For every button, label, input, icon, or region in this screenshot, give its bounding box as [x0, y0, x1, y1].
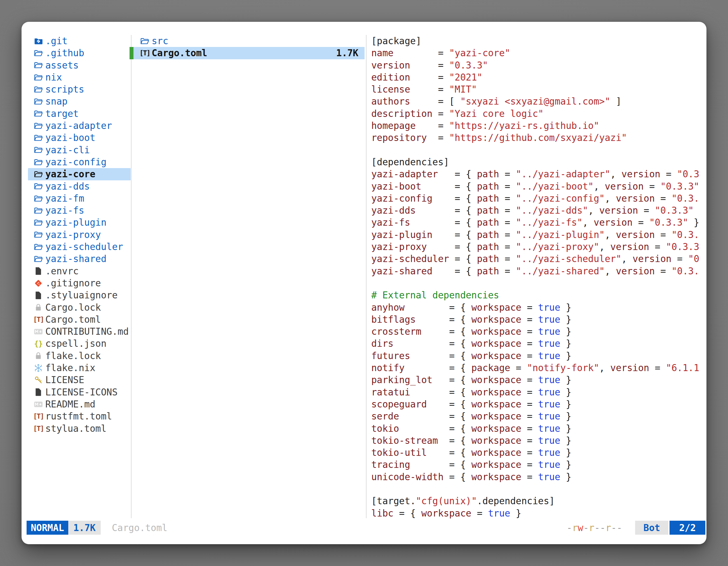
item-label: yazi-cli	[45, 144, 90, 156]
item-label: yazi-dds	[45, 180, 90, 193]
preview-line: anyhow = { workspace = true }	[371, 301, 706, 313]
file-item-stylua-toml[interactable]: [T]stylua.toml	[28, 422, 131, 434]
key-icon	[34, 375, 43, 385]
file-item-cargo-lock[interactable]: Cargo.lock	[28, 301, 131, 313]
dir-item-yazi-dds[interactable]: yazi-dds	[28, 180, 131, 193]
folder-open-icon	[34, 206, 43, 215]
preview-line: authors = [ "sxyazi <sxyazi@gmail.com>" …	[371, 95, 706, 107]
item-label: .github	[45, 47, 84, 59]
folder-open-icon	[34, 254, 43, 264]
parent-directory-pane: .git.githubassetsnixscriptssnaptargetyaz…	[22, 35, 131, 434]
item-label: yazi-shared	[45, 253, 107, 265]
item-label: rustfmt.toml	[45, 410, 112, 422]
item-size: 1.7K	[336, 47, 358, 59]
preview-line: notify = { package = "notify-fork", vers…	[371, 362, 706, 374]
file-item-rustfmt-toml[interactable]: [T]rustfmt.toml	[28, 410, 131, 422]
dir-item-src[interactable]: src	[130, 35, 365, 47]
file-size-badge: 1.7K	[68, 521, 100, 535]
file-item-cargo-toml[interactable]: [T]Cargo.toml1.7K	[130, 47, 365, 59]
folder-open-icon	[34, 230, 43, 240]
item-label: yazi-fs	[45, 205, 84, 217]
item-label: yazi-proxy	[45, 229, 101, 241]
item-label: .envrc	[45, 265, 79, 277]
item-label: .gitignore	[45, 277, 101, 289]
item-label: yazi-adapter	[45, 120, 112, 132]
folder-open-icon	[34, 194, 43, 203]
dir-item-git[interactable]: .git	[28, 35, 131, 47]
dir-item-yazi-fs[interactable]: yazi-fs	[28, 205, 131, 217]
cursor-counter-badge: 2/2	[670, 521, 705, 535]
item-label: nix	[45, 71, 62, 83]
dir-item-target[interactable]: target	[28, 108, 131, 120]
dir-item-yazi-proxy[interactable]: yazi-proxy	[28, 229, 131, 241]
status-left-group: NORMAL 1.7K Cargo.toml	[27, 521, 167, 535]
file-item-envrc[interactable]: .envrc	[28, 265, 131, 277]
preview-line: repository = "https://github.com/sxyazi/…	[371, 132, 706, 144]
pane-separator-left	[131, 35, 131, 518]
item-label: stylua.toml	[45, 422, 107, 434]
dir-item-yazi-config[interactable]: yazi-config	[28, 156, 131, 168]
git-folder-icon	[34, 36, 43, 46]
dir-item-yazi-cli[interactable]: yazi-cli	[28, 144, 131, 156]
file-item-license-icons[interactable]: LICENSE-ICONS	[28, 386, 131, 398]
git-ignore-icon	[34, 279, 43, 288]
preview-line	[371, 144, 706, 156]
preview-line: tracing = { workspace = true }	[371, 459, 706, 471]
folder-open-icon	[34, 60, 43, 70]
dir-item-yazi-scheduler[interactable]: yazi-scheduler	[28, 241, 131, 253]
dir-item-yazi-plugin[interactable]: yazi-plugin	[28, 217, 131, 229]
folder-open-icon	[34, 48, 43, 58]
preview-line: license = "MIT"	[371, 83, 706, 95]
preview-line: [dependencies]	[371, 156, 706, 168]
toml-icon: [T]	[140, 48, 149, 58]
current-directory-pane: src[T]Cargo.toml1.7K	[130, 35, 365, 59]
preview-line	[371, 277, 706, 289]
dir-item-yazi-shared[interactable]: yazi-shared	[28, 253, 131, 265]
preview-line: homepage = "https://yazi-rs.github.io"	[371, 120, 706, 132]
file-item-cspell-json[interactable]: {}cspell.json	[28, 337, 131, 349]
json-icon: {}	[34, 339, 43, 348]
preview-line: yazi-proxy = { path = "../yazi-proxy", v…	[371, 241, 706, 253]
dir-item-assets[interactable]: assets	[28, 59, 131, 71]
folder-open-icon	[34, 242, 43, 252]
preview-line: tokio-stream = { workspace = true }	[371, 434, 706, 447]
dir-item-github[interactable]: .github	[28, 47, 131, 59]
status-bar: NORMAL 1.7K Cargo.toml -rw-r--r-- Bot 2/…	[22, 521, 706, 535]
preview-line: libc = { workspace = true }	[371, 507, 706, 519]
folder-open-icon	[140, 36, 149, 46]
dir-item-snap[interactable]: snap	[28, 95, 131, 107]
file-item-license[interactable]: LICENSE	[28, 374, 131, 386]
file-item-contributing-md[interactable]: CONTRIBUTING.md	[28, 325, 131, 337]
file-preview-pane: [package]name = "yazi-core"version = "0.…	[367, 35, 706, 519]
preview-line	[371, 483, 706, 495]
file-item-flake-lock[interactable]: flake.lock	[28, 350, 131, 362]
folder-open-icon	[34, 218, 43, 227]
dir-item-yazi-boot[interactable]: yazi-boot	[28, 132, 131, 144]
file-item-flake-nix[interactable]: flake.nix	[28, 362, 131, 374]
item-label: Cargo.lock	[45, 301, 101, 313]
dir-item-yazi-adapter[interactable]: yazi-adapter	[28, 120, 131, 132]
dir-item-scripts[interactable]: scripts	[28, 83, 131, 95]
item-label: yazi-core	[45, 168, 95, 180]
item-label: yazi-scheduler	[45, 241, 123, 253]
item-label: yazi-boot	[45, 132, 95, 144]
lock-icon	[34, 351, 43, 360]
preview-line: tokio-util = { workspace = true }	[371, 447, 706, 459]
file-icon	[34, 290, 43, 300]
status-filename: Cargo.toml	[112, 522, 168, 533]
dir-item-yazi-core[interactable]: yazi-core	[28, 168, 131, 180]
preview-line: yazi-scheduler = { path = "../yazi-sched…	[371, 253, 706, 265]
file-item-gitignore[interactable]: .gitignore	[28, 277, 131, 289]
folder-open-icon	[34, 133, 43, 143]
scroll-position-badge: Bot	[635, 521, 669, 535]
toml-icon: [T]	[34, 424, 43, 433]
dir-item-yazi-fm[interactable]: yazi-fm	[28, 193, 131, 205]
file-item-cargo-toml[interactable]: [T]Cargo.toml	[28, 313, 131, 325]
preview-line: scopeguard = { workspace = true }	[371, 398, 706, 410]
file-item-styluaignore[interactable]: .styluaignore	[28, 289, 131, 301]
dir-item-nix[interactable]: nix	[28, 71, 131, 83]
yazi-file-manager-window: .git.githubassetsnixscriptssnaptargetyaz…	[22, 22, 706, 544]
markdown-icon	[34, 400, 43, 409]
folder-open-icon	[34, 158, 43, 167]
file-item-readme-md[interactable]: README.md	[28, 398, 131, 410]
